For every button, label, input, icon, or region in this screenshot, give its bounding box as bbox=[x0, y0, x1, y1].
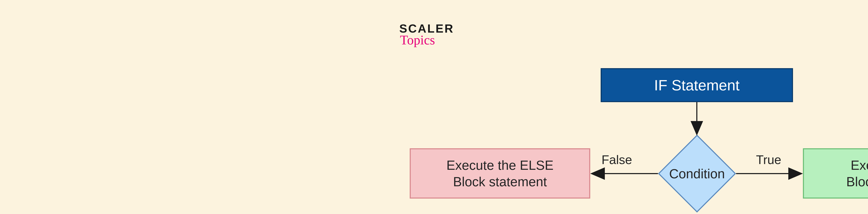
start-node-if-statement: IF Statement bbox=[601, 68, 793, 102]
if-block-label: Execute the IF Block statement bbox=[846, 157, 868, 190]
brand-logo-line2: Topics bbox=[400, 33, 454, 46]
process-node-if-block: Execute the IF Block statement bbox=[803, 148, 868, 199]
edge-label-false: False bbox=[601, 153, 632, 167]
diagram-canvas: SCALER Topics IF Statement Condition Exe… bbox=[0, 0, 868, 214]
decision-node-condition: Condition bbox=[658, 135, 736, 213]
edge-label-true: True bbox=[756, 153, 781, 167]
decision-node-label: Condition bbox=[658, 135, 736, 213]
start-node-label: IF Statement bbox=[654, 77, 740, 94]
brand-logo: SCALER Topics bbox=[399, 23, 454, 46]
process-node-else-block: Execute the ELSE Block statement bbox=[410, 148, 590, 199]
else-block-label: Execute the ELSE Block statement bbox=[446, 157, 554, 190]
